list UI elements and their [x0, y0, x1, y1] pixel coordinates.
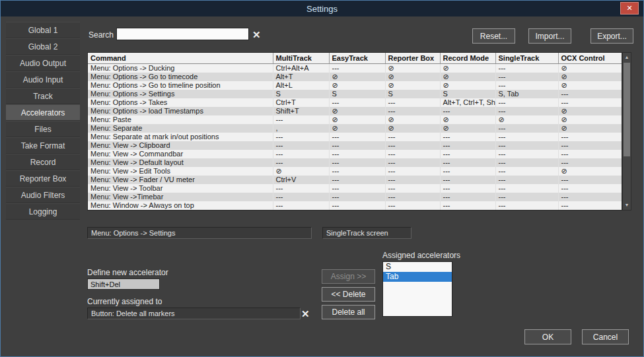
accelerator-cell[interactable]: --- — [440, 184, 495, 193]
accelerator-cell[interactable]: ⊘ — [558, 167, 622, 176]
accelerator-cell[interactable]: S — [329, 90, 385, 98]
accelerator-cell[interactable]: ⊘ — [329, 124, 385, 133]
assigned-accelerators-list[interactable]: STab — [382, 261, 452, 317]
command-cell[interactable]: Menu: Options -> Ducking — [88, 63, 273, 73]
accelerator-cell[interactable]: --- — [495, 150, 558, 158]
accelerator-cell[interactable]: --- — [440, 176, 495, 184]
accelerator-cell[interactable]: --- — [329, 167, 385, 176]
accelerator-cell[interactable]: --- — [558, 98, 622, 107]
accelerator-cell[interactable]: --- — [273, 141, 329, 150]
accelerator-cell[interactable]: --- — [558, 176, 622, 184]
accelerator-cell[interactable]: --- — [558, 184, 622, 193]
accelerator-cell[interactable]: Shift+T — [273, 107, 329, 115]
table-row[interactable]: Menu: Options -> load TimestampsShift+T⊘… — [88, 107, 622, 115]
table-row[interactable]: Menu: Options -> SettingsSSSSS, Tab--- — [88, 90, 622, 98]
accelerator-cell[interactable]: ⊘ — [385, 63, 440, 73]
accelerator-cell[interactable]: --- — [495, 73, 558, 81]
column-header[interactable]: Command — [88, 53, 273, 63]
import-button[interactable]: Import... — [528, 28, 571, 44]
table-row[interactable]: Menu: View -> Toolbar------------------ — [88, 184, 622, 193]
column-header[interactable]: OCX Control — [558, 53, 622, 63]
new-accelerator-input[interactable] — [87, 278, 160, 290]
sidebar-item-files[interactable]: Files — [6, 121, 80, 137]
sidebar-item-reporter-box[interactable]: Reporter Box — [6, 170, 80, 187]
accelerator-cell[interactable]: --- — [558, 193, 622, 201]
accelerator-cell[interactable]: --- — [495, 133, 558, 141]
accelerator-cell[interactable]: --- — [329, 98, 385, 107]
accelerator-cell[interactable]: --- — [558, 141, 622, 150]
accelerator-cell[interactable]: --- — [558, 150, 622, 158]
sidebar-item-global-2[interactable]: Global 2 — [6, 38, 80, 55]
sidebar-item-accelerators[interactable]: Accelerators — [6, 104, 80, 121]
accelerator-cell[interactable]: --- — [329, 141, 385, 150]
command-cell[interactable]: Menu: View -> Toolbar — [88, 184, 273, 193]
column-header[interactable]: Record Mode — [440, 53, 495, 63]
accelerator-cell[interactable]: --- — [440, 141, 495, 150]
table-row[interactable]: Menu: Separate,⊘⊘⊘---⊘ — [88, 124, 622, 133]
sidebar-item-audio-input[interactable]: Audio Input — [6, 71, 80, 88]
accelerator-cell[interactable]: ⊘ — [329, 81, 385, 90]
accelerator-cell[interactable]: Ctrl+Alt+A — [273, 63, 329, 73]
accelerator-cell[interactable]: --- — [495, 167, 558, 176]
accelerator-cell[interactable]: --- — [385, 141, 440, 150]
delete-all-button[interactable]: Delete all — [322, 305, 375, 319]
accelerator-cell[interactable]: ⊘ — [440, 81, 495, 90]
accelerator-cell[interactable]: ⊘ — [385, 81, 440, 90]
scroll-thumb[interactable] — [624, 63, 630, 156]
command-cell[interactable]: Menu: Separate at mark in/out positions — [88, 133, 273, 141]
command-cell[interactable]: Menu: View -> Edit Tools — [88, 167, 273, 176]
command-cell[interactable]: Menu: Window -> Always on top — [88, 201, 273, 210]
accelerator-cell[interactable]: --- — [495, 63, 558, 73]
accelerator-cell[interactable]: --- — [440, 158, 495, 167]
sidebar-item-record[interactable]: Record — [6, 154, 80, 170]
command-cell[interactable]: Menu: Separate — [88, 124, 273, 133]
accelerator-cell[interactable]: --- — [495, 201, 558, 210]
accelerator-cell[interactable]: S — [440, 90, 495, 98]
accelerator-cell[interactable]: --- — [329, 158, 385, 167]
accelerator-cell[interactable]: --- — [495, 176, 558, 184]
cancel-button[interactable]: Cancel — [582, 329, 629, 344]
accelerator-cell[interactable]: ⊘ — [329, 107, 385, 115]
accelerator-cell[interactable]: --- — [385, 158, 440, 167]
accelerator-cell[interactable]: ⊘ — [440, 124, 495, 133]
accelerator-cell[interactable]: S, Tab — [495, 90, 558, 98]
sidebar-item-track[interactable]: Track — [6, 88, 80, 104]
table-scrollbar[interactable]: ▲ ▼ — [622, 52, 631, 211]
export-button[interactable]: Export... — [590, 28, 633, 44]
accelerator-cell[interactable]: --- — [273, 115, 329, 124]
accelerator-cell[interactable]: --- — [558, 158, 622, 167]
accelerator-cell[interactable]: ⊘ — [558, 73, 622, 81]
accelerator-cell[interactable]: --- — [440, 167, 495, 176]
table-row[interactable]: Menu: Separate at mark in/out positions-… — [88, 133, 622, 141]
table-row[interactable]: Menu: View -> Commandbar----------------… — [88, 150, 622, 158]
accelerator-cell[interactable]: --- — [273, 193, 329, 201]
accelerator-cell[interactable]: ⊘ — [385, 115, 440, 124]
accelerator-cell[interactable]: --- — [385, 176, 440, 184]
accelerator-cell[interactable]: ⊘ — [558, 124, 622, 133]
title-bar[interactable]: Settings ✕ — [1, 1, 643, 16]
accelerator-cell[interactable]: ⊘ — [440, 63, 495, 73]
table-row[interactable]: Menu: View -> Default layout------------… — [88, 158, 622, 167]
accelerator-cell[interactable]: --- — [385, 184, 440, 193]
command-cell[interactable]: Menu: Options -> load Timestamps — [88, 107, 273, 115]
table-row[interactable]: Menu: View -> Fader / VU meterCtrl+V----… — [88, 176, 622, 184]
accelerator-cell[interactable]: ⊘ — [273, 167, 329, 176]
accelerator-cell[interactable]: Alt+L — [273, 81, 329, 90]
search-input[interactable] — [116, 28, 249, 40]
accelerator-cell[interactable]: --- — [385, 167, 440, 176]
delete-accelerator-button[interactable]: << Delete — [322, 287, 375, 302]
accelerator-cell[interactable]: --- — [385, 201, 440, 210]
accelerator-cell[interactable]: Alt+T — [273, 73, 329, 81]
sidebar-item-audio-filters[interactable]: Audio Filters — [6, 187, 80, 203]
sidebar-item-take-format[interactable]: Take Format — [6, 137, 80, 154]
accelerator-cell[interactable]: --- — [329, 133, 385, 141]
sidebar-item-audio-output[interactable]: Audio Output — [6, 55, 80, 71]
assign-button[interactable]: Assign >> — [322, 269, 375, 284]
reset-button[interactable]: Reset... — [472, 28, 515, 44]
command-cell[interactable]: Menu: Paste — [88, 115, 273, 124]
table-row[interactable]: Menu: View ->Timebar------------------ — [88, 193, 622, 201]
accelerator-cell[interactable]: Ctrl+T — [273, 98, 329, 107]
accelerator-cell[interactable]: ⊘ — [385, 124, 440, 133]
accelerator-cell[interactable]: --- — [329, 201, 385, 210]
accelerator-cell[interactable]: --- — [558, 133, 622, 141]
